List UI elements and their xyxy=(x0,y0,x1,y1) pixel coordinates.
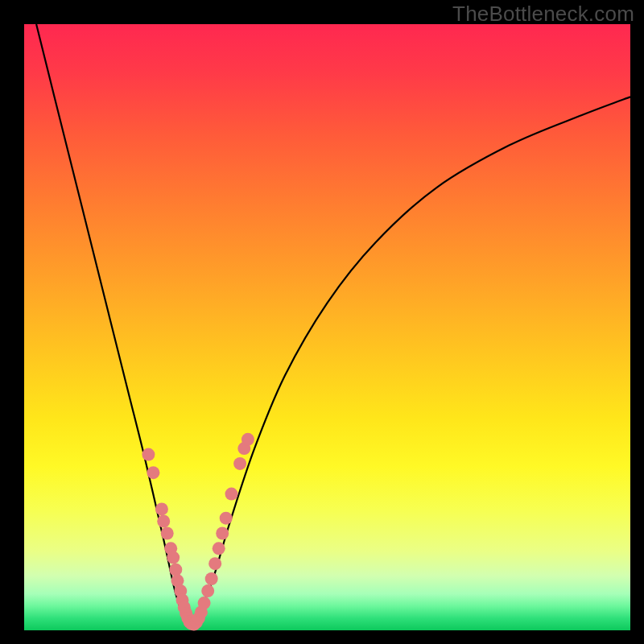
data-point-marker xyxy=(216,527,229,540)
data-point-marker xyxy=(225,488,238,501)
data-point-marker xyxy=(157,515,170,528)
chart-frame: TheBottleneck.com xyxy=(0,0,644,644)
data-point-marker xyxy=(167,551,180,564)
data-markers xyxy=(142,433,254,631)
data-point-marker xyxy=(205,572,218,585)
data-point-marker xyxy=(155,502,168,515)
data-point-marker xyxy=(220,512,233,525)
data-point-marker xyxy=(169,564,182,576)
data-point-marker xyxy=(198,597,211,609)
plot-area xyxy=(24,24,630,630)
chart-svg xyxy=(24,24,630,630)
data-point-marker xyxy=(142,448,155,461)
data-point-marker xyxy=(161,527,174,540)
bottleneck-curve xyxy=(36,24,630,625)
data-point-marker xyxy=(233,457,246,470)
data-point-marker xyxy=(147,466,159,479)
data-point-marker xyxy=(208,557,221,570)
watermark-text: TheBottleneck.com xyxy=(452,2,634,27)
data-point-marker xyxy=(213,542,225,555)
data-point-marker xyxy=(242,433,254,446)
data-point-marker xyxy=(201,584,214,597)
